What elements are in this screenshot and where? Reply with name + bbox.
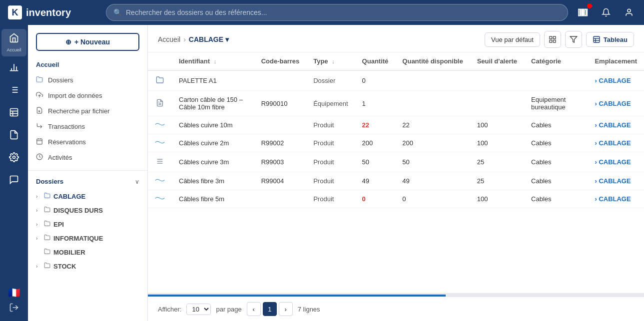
row-identifiant: Câbles cuivre 3m: [172, 152, 254, 172]
vue-par-defaut-button[interactable]: Vue par défaut: [485, 32, 540, 47]
tableau-label: Tableau: [604, 36, 628, 43]
location-link[interactable]: › CABLAGE: [595, 100, 637, 107]
location-link[interactable]: › CABLAGE: [595, 158, 637, 166]
main-layout: Accueil: [0, 25, 644, 321]
sidebar-item-table[interactable]: [1, 103, 26, 124]
col-type[interactable]: Type ↓: [306, 52, 355, 70]
sidebar-nav-dossiers[interactable]: Dossiers: [28, 72, 147, 88]
table-row[interactable]: Câbles cuivre 2m R99002 Produit 200 200 …: [148, 134, 644, 152]
folder-cablage[interactable]: › CABLAGE: [28, 189, 147, 203]
folder-epi[interactable]: › EPI: [28, 217, 147, 231]
row-categorie: Cables: [524, 172, 588, 190]
table-row[interactable]: Câbles cuivre 10m Produit 22 22 100 Cabl…: [148, 116, 644, 134]
bell-icon[interactable]: [599, 5, 613, 19]
row-code-barres: R99004: [254, 172, 307, 190]
row-emplacement[interactable]: › CABLAGE: [588, 172, 644, 190]
row-seuil-alerte: 100: [470, 190, 524, 208]
sidebar-item-accueil[interactable]: Accueil: [1, 29, 26, 56]
breadcrumb-home[interactable]: Accueil: [158, 35, 180, 43]
search-placeholder: Rechercher des dossiers ou des référence…: [126, 8, 267, 16]
activites-label: Activités: [48, 154, 72, 161]
col-identifiant[interactable]: Identifiant ↓: [172, 52, 254, 70]
sidebar-item-support[interactable]: [1, 171, 26, 191]
svg-rect-31: [553, 36, 556, 39]
location-link[interactable]: › CABLAGE: [595, 177, 637, 185]
row-categorie: [524, 70, 588, 91]
col-icon: [148, 52, 172, 70]
epi-expand-icon: ›: [36, 222, 41, 227]
sidebar-nav-transactions[interactable]: Transactions: [28, 119, 147, 134]
user-icon[interactable]: [622, 5, 636, 19]
row-quantite: 22: [355, 116, 396, 134]
next-page-button[interactable]: ›: [279, 302, 293, 316]
row-identifiant: Carton câble de 150 – Câble 10m fibre: [172, 91, 254, 116]
filter-button[interactable]: [565, 31, 582, 48]
sidebar-nav-import[interactable]: Import de données: [28, 88, 147, 103]
new-button[interactable]: ⊕ + Nouveau: [36, 33, 139, 51]
table-row[interactable]: PALETTE A1 Dossier 0 › CABLAGE: [148, 70, 644, 91]
per-page-select[interactable]: 10 25 50: [186, 304, 211, 315]
sidebar-nav-search-file[interactable]: Recherche par fichier: [28, 103, 147, 119]
row-quantite: 0: [355, 190, 396, 208]
row-emplacement[interactable]: › CABLAGE: [588, 70, 644, 91]
table-row[interactable]: Carton câble de 150 – Câble 10m fibre R9…: [148, 91, 644, 116]
prev-page-button[interactable]: ‹: [247, 302, 261, 316]
row-emplacement[interactable]: › CABLAGE: [588, 190, 644, 208]
par-page-label: par page: [216, 306, 241, 313]
table-header: Identifiant ↓ Code-barres Type ↓ Quantit…: [148, 52, 644, 70]
logout-icon[interactable]: [9, 303, 19, 315]
dossiers-nav-label: Dossiers: [48, 76, 73, 84]
breadcrumb-current[interactable]: CABLAGE ▾: [189, 35, 229, 43]
row-emplacement[interactable]: › CABLAGE: [588, 116, 644, 134]
location-link[interactable]: › CABLAGE: [595, 121, 637, 129]
reservations-icon: [36, 138, 43, 146]
location-link[interactable]: › CABLAGE: [595, 139, 637, 147]
folder-mobilier[interactable]: MOBILIER: [28, 245, 147, 259]
table-row[interactable]: Câbles cuivre 3m R99003 Produit 50 50 25…: [148, 152, 644, 172]
table-row[interactable]: Câbles fibre 5m Produit 0 0 100 Cables ›…: [148, 190, 644, 208]
home-label: Accueil: [6, 47, 21, 52]
row-categorie: Cables: [524, 152, 588, 172]
page-1-button[interactable]: 1: [263, 302, 277, 316]
mobilier-folder-icon: [44, 248, 50, 256]
search-icon: 🔍: [113, 8, 122, 16]
folder-informatique[interactable]: › INFORMATIQUE: [28, 231, 147, 245]
sidebar-item-file[interactable]: [1, 126, 26, 146]
sidebar-nav-activites[interactable]: Activités: [28, 150, 147, 165]
table-row[interactable]: Câbles fibre 3m R99004 Produit 49 49 25 …: [148, 172, 644, 190]
barcode-scanner-icon[interactable]: [576, 5, 590, 19]
col-emplacement: Emplacement: [588, 52, 644, 70]
dossiers-section-header: Dossiers ∨: [28, 176, 147, 189]
activites-icon: [36, 153, 43, 162]
row-emplacement[interactable]: › CABLAGE: [588, 91, 644, 116]
svg-rect-5: [587, 9, 588, 15]
search-bar[interactable]: 🔍 Rechercher des dossiers ou des référen…: [106, 4, 568, 21]
svg-point-21: [13, 156, 15, 159]
svg-point-6: [628, 9, 631, 12]
row-type: Produit: [306, 172, 355, 190]
svg-rect-32: [550, 40, 552, 42]
row-emplacement[interactable]: › CABLAGE: [588, 134, 644, 152]
grid-view-button[interactable]: [544, 31, 561, 48]
row-type: Produit: [306, 134, 355, 152]
row-seuil-alerte: 25: [470, 152, 524, 172]
svg-rect-2: [582, 9, 583, 15]
mobilier-folder-name: MOBILIER: [53, 249, 85, 256]
table-container[interactable]: Identifiant ↓ Code-barres Type ↓ Quantit…: [148, 52, 644, 293]
cablage-folder-name: CABLAGE: [53, 193, 85, 200]
toolbar: Vue par défaut Tableau: [485, 31, 634, 48]
row-emplacement[interactable]: › CABLAGE: [588, 152, 644, 172]
sidebar-nav-reservations[interactable]: Réservations: [28, 134, 147, 150]
location-link[interactable]: › CABLAGE: [595, 195, 637, 203]
folder-stock[interactable]: › STOCK: [28, 259, 147, 273]
tableau-button[interactable]: Tableau: [586, 32, 634, 47]
language-flag[interactable]: 🇫🇷: [8, 287, 20, 299]
sidebar-item-list[interactable]: [1, 81, 26, 101]
location-link[interactable]: › CABLAGE: [595, 77, 637, 84]
sidebar-item-settings[interactable]: [1, 148, 26, 169]
sidebar-item-charts[interactable]: [1, 58, 26, 79]
col-identifiant-sort: ↓: [214, 58, 217, 64]
folder-disques-durs[interactable]: › DISQUES DURS: [28, 203, 147, 217]
row-quantite: 49: [355, 172, 396, 190]
dossiers-collapse-icon[interactable]: ∨: [135, 178, 139, 185]
